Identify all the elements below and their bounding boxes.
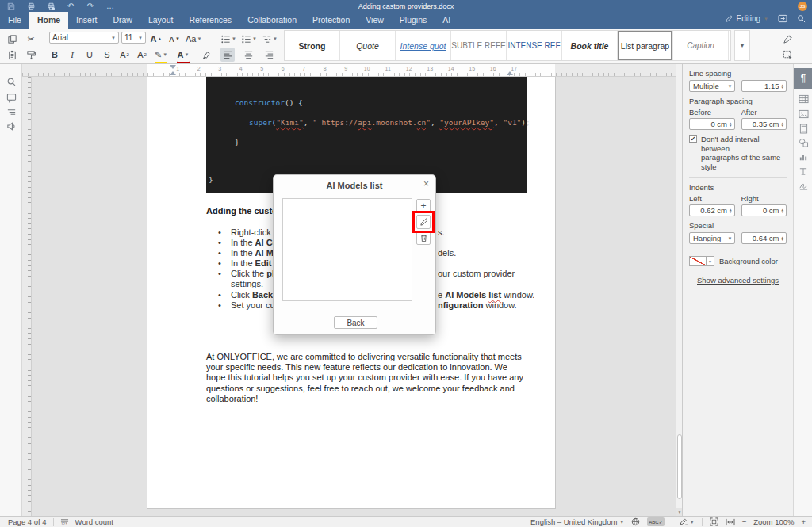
tab-home[interactable]: Home <box>29 12 68 29</box>
shape-settings-icon[interactable] <box>797 136 810 149</box>
fit-page-icon[interactable] <box>710 517 718 526</box>
style-quote[interactable]: Quote <box>340 31 396 60</box>
track-changes-button[interactable]: ▼ <box>680 518 695 526</box>
tab-view[interactable]: View <box>358 12 392 29</box>
indent-right-spinner[interactable]: 0 cm▲▼ <box>741 204 787 216</box>
style-book-title[interactable]: Book title <box>562 31 618 60</box>
change-case-button[interactable]: Aa▼ <box>186 32 201 46</box>
italic-button[interactable]: I <box>65 48 79 62</box>
tab-insert[interactable]: Insert <box>68 12 105 29</box>
align-right-button[interactable] <box>262 48 276 62</box>
save-icon[interactable] <box>6 2 16 10</box>
underline-button[interactable]: U <box>82 48 97 62</box>
style-subtle-reference[interactable]: SUBTLE REFE <box>451 31 507 60</box>
undo-icon[interactable]: ↶ <box>66 2 75 10</box>
tab-collaboration[interactable]: Collaboration <box>239 12 304 29</box>
quick-print-icon[interactable] <box>46 2 56 10</box>
special-indent-spinner[interactable]: 0.64 cm▲▼ <box>741 232 787 244</box>
open-file-location-icon[interactable] <box>778 14 787 23</box>
line-spacing-amount-spinner[interactable]: 1.15▲▼ <box>741 80 787 92</box>
copy-style-button[interactable] <box>780 32 795 46</box>
textart-settings-icon[interactable] <box>797 165 810 178</box>
numbered-list-button[interactable]: ▼ <box>241 32 257 46</box>
decrease-font-button[interactable]: A▼ <box>167 32 182 46</box>
spacing-after-spinner[interactable]: 0.35 cm▲▼ <box>741 118 787 130</box>
zoom-level[interactable]: Zoom 100% <box>753 517 794 526</box>
style-list-paragraph[interactable]: List paragrap <box>618 31 673 60</box>
style-intense-reference[interactable]: INTENSE REF <box>507 31 562 60</box>
ai-models-listbox[interactable] <box>282 198 412 301</box>
show-advanced-settings-link[interactable]: Show advanced settings <box>689 276 787 285</box>
font-name-select[interactable]: Arial▼ <box>49 32 119 44</box>
paragraph-settings-icon[interactable]: ¶ <box>794 68 812 89</box>
editing-mode-dropdown[interactable]: Editing▼ <box>725 14 768 23</box>
bold-button[interactable]: B <box>48 48 62 62</box>
vertical-scrollbar[interactable]: ▼ <box>676 64 682 516</box>
word-count-button[interactable]: Word count <box>75 517 113 526</box>
line-spacing-select[interactable]: Multiple▼ <box>689 80 735 92</box>
ai-models-list-dialog[interactable]: AI Models list × + Back <box>273 174 436 335</box>
special-indent-select[interactable]: Hanging▼ <box>689 232 735 244</box>
tab-plugins[interactable]: Plugins <box>392 12 435 29</box>
tab-draw[interactable]: Draw <box>105 12 140 29</box>
dialog-close-icon[interactable]: × <box>423 178 429 189</box>
font-color-button[interactable]: A▼ <box>176 48 190 62</box>
comments-icon[interactable] <box>5 91 17 104</box>
headerfooter-settings-icon[interactable] <box>797 122 810 135</box>
clear-style-button[interactable] <box>198 48 213 62</box>
style-strong[interactable]: Strong <box>285 31 340 60</box>
tab-file[interactable]: File <box>0 12 29 29</box>
search-icon[interactable] <box>797 14 806 23</box>
redo-icon[interactable]: ↷ <box>86 2 95 10</box>
avatar[interactable]: JS <box>798 2 807 11</box>
back-button[interactable]: Back <box>334 316 377 329</box>
chart-settings-icon[interactable] <box>797 151 810 163</box>
style-intense-quote[interactable]: Intense quot <box>396 31 451 60</box>
right-indent-marker[interactable] <box>507 71 513 75</box>
table-settings-icon[interactable] <box>797 93 810 105</box>
bullet-list-button[interactable]: ▼ <box>220 32 236 46</box>
background-color-picker[interactable]: ▼ <box>689 256 714 266</box>
more-actions-icon[interactable]: … <box>105 2 115 10</box>
copy-button[interactable] <box>5 32 19 46</box>
signature-settings-icon[interactable] <box>797 179 810 192</box>
zoom-out-button[interactable]: − <box>742 517 747 526</box>
format-painter-button[interactable] <box>24 48 38 62</box>
set-language-icon[interactable] <box>631 517 640 526</box>
highlight-color-button[interactable]: ✎▼ <box>154 48 168 62</box>
tab-protection[interactable]: Protection <box>304 12 358 29</box>
feedback-icon[interactable] <box>5 120 17 132</box>
paste-button[interactable] <box>5 48 19 62</box>
font-size-select[interactable]: 11▼ <box>121 32 146 44</box>
strikethrough-button[interactable]: S <box>100 48 114 62</box>
find-icon[interactable] <box>5 75 17 88</box>
style-caption[interactable]: Caption <box>673 31 729 60</box>
navigation-headings-icon[interactable] <box>5 105 17 118</box>
indent-left-spinner[interactable]: 0.62 cm▲▼ <box>689 204 735 216</box>
align-left-button[interactable] <box>220 48 235 62</box>
cut-button[interactable]: ✂ <box>24 32 38 46</box>
spacing-before-spinner[interactable]: 0 cm▲▼ <box>689 118 735 130</box>
styles-gallery-more-button[interactable]: ▼ <box>734 30 750 61</box>
image-settings-icon[interactable] <box>797 108 810 120</box>
zoom-in-button[interactable]: + <box>801 517 806 526</box>
align-center-button[interactable] <box>241 48 255 62</box>
multilevel-list-button[interactable]: ▼ <box>262 32 278 46</box>
horizontal-ruler[interactable]: 1234567891011121314151617 <box>22 64 676 77</box>
tab-layout[interactable]: Layout <box>140 12 182 29</box>
same-style-interval-checkbox[interactable]: ✔ Don't add interval betweenparagraphs o… <box>689 135 787 171</box>
hanging-indent-marker[interactable] <box>170 71 176 75</box>
increase-font-button[interactable]: A▲ <box>149 32 163 46</box>
spellcheck-toggle[interactable]: ABC✓ <box>647 517 664 526</box>
page-indicator[interactable]: Page 4 of 4 <box>8 517 47 526</box>
print-icon[interactable] <box>26 2 36 10</box>
vertical-ruler[interactable] <box>22 77 32 516</box>
superscript-button[interactable]: A2 <box>117 48 132 62</box>
fit-width-icon[interactable] <box>726 518 735 526</box>
tab-ai[interactable]: AI <box>435 12 458 29</box>
first-line-indent-marker[interactable] <box>170 65 176 69</box>
subscript-button[interactable]: A2 <box>135 48 149 62</box>
language-select[interactable]: English – United Kingdom <box>530 517 617 526</box>
tab-references[interactable]: References <box>181 12 239 29</box>
select-tool-button[interactable] <box>780 48 795 62</box>
